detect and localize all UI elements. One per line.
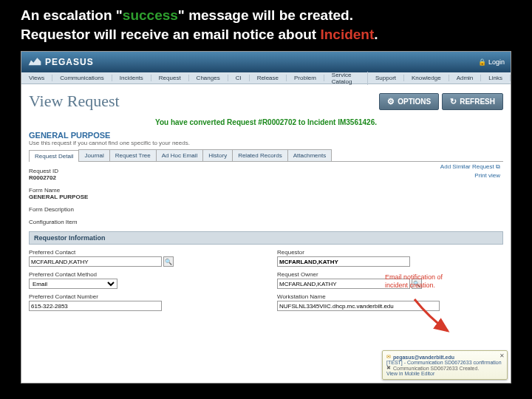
- requestor-info-section: Requestor Information: [29, 231, 503, 245]
- app-window: PEGASUS 🔒 Login Views Communications Inc…: [21, 51, 511, 383]
- general-purpose-title: GENERAL PURPOSE: [29, 131, 503, 140]
- brand: PEGASUS: [27, 56, 94, 68]
- incident-word: Incident: [320, 27, 374, 42]
- lookup-button[interactable]: 🔍: [163, 256, 174, 267]
- detail-panel: Add Similar Request ⧉ Print view Request…: [29, 162, 503, 316]
- pegasus-logo-icon: [27, 56, 42, 68]
- menu-incidents[interactable]: Incidents: [112, 75, 151, 81]
- menu-request[interactable]: Request: [151, 75, 189, 81]
- tab-history[interactable]: History: [202, 149, 233, 161]
- success-word: success: [123, 7, 178, 23]
- lock-icon: 🔒: [478, 58, 486, 66]
- toast-subject: [TEST] - Communication SD0672633 confirm…: [386, 360, 503, 365]
- menu-changes[interactable]: Changes: [189, 75, 228, 81]
- menu-knowledge[interactable]: Knowledge: [404, 75, 449, 81]
- form-name-value: GENERAL PURPOSE: [29, 194, 503, 200]
- form-description-label: Form Description: [29, 206, 503, 213]
- email-toast: ✕ ✉ pegasus@vanderbilt.edu [TEST] - Comm…: [382, 350, 508, 380]
- page-title: View Request: [29, 92, 120, 111]
- menu-admin[interactable]: Admin: [449, 75, 482, 81]
- options-button[interactable]: ⚙OPTIONS: [379, 93, 439, 110]
- refresh-button[interactable]: ↻REFRESH: [442, 93, 503, 110]
- preferred-number-label: Preferred Contact Number: [29, 293, 255, 300]
- menu-support[interactable]: Support: [368, 75, 404, 81]
- menu-views[interactable]: Views: [21, 75, 52, 81]
- menu-problem[interactable]: Problem: [287, 75, 324, 81]
- tab-related-records[interactable]: Related Records: [232, 149, 288, 161]
- search-icon: 🔍: [165, 259, 172, 265]
- annotation-arrow-icon: [407, 296, 459, 340]
- view-mobile-link[interactable]: View in Mobile Editor: [386, 371, 434, 376]
- tab-attachments[interactable]: Attachments: [287, 149, 332, 161]
- tab-adhoc-email[interactable]: Ad Hoc Email: [156, 149, 203, 161]
- preferred-contact-label: Preferred Contact: [29, 249, 255, 256]
- preferred-contact-input[interactable]: [29, 256, 162, 267]
- preferred-method-select[interactable]: Email: [29, 279, 117, 289]
- tab-bar: Request Detail Journal Request Tree Ad H…: [29, 149, 503, 162]
- menu-service-catalog[interactable]: Service Catalog: [324, 72, 368, 85]
- login-link[interactable]: 🔒 Login: [478, 58, 505, 66]
- slide-title: An escalation "success" message will be …: [0, 0, 532, 47]
- preferred-method-label: Preferred Contact Method: [29, 271, 255, 278]
- tab-journal[interactable]: Journal: [78, 149, 109, 161]
- menubar: Views Communications Incidents Request C…: [21, 72, 511, 84]
- preferred-number-input[interactable]: [29, 301, 162, 311]
- menu-communications[interactable]: Communications: [52, 75, 112, 81]
- requestor-input[interactable]: [277, 256, 410, 267]
- menu-release[interactable]: Release: [250, 75, 287, 81]
- page-header: View Request ⚙OPTIONS ↻REFRESH: [29, 89, 503, 117]
- toast-close-button[interactable]: ✕: [499, 352, 505, 359]
- tab-request-detail[interactable]: Request Detail: [29, 150, 79, 162]
- success-message: You have converted Request #R0002702 to …: [29, 117, 503, 131]
- toast-body: Communication SD0672633 Created.: [393, 366, 479, 371]
- copy-icon: ⧉: [496, 163, 500, 170]
- workstation-name-label: Workstation Name: [277, 293, 503, 300]
- form-name-label: Form Name: [29, 187, 503, 194]
- add-similar-request-link[interactable]: Add Similar Request ⧉: [440, 163, 500, 171]
- mail-icon: ✉: [386, 354, 391, 360]
- cancel-icon: ✖: [386, 365, 391, 371]
- requestor-label: Requestor: [277, 249, 503, 256]
- menu-ci[interactable]: CI: [228, 75, 250, 81]
- annotation-text: Email notification of incident creation.: [385, 273, 466, 290]
- close-icon: ✕: [499, 352, 505, 359]
- gear-icon: ⚙: [387, 97, 395, 106]
- toast-from: pegasus@vanderbilt.edu: [393, 355, 454, 360]
- topbar: PEGASUS 🔒 Login: [21, 52, 511, 72]
- print-view-link[interactable]: Print view: [440, 172, 500, 179]
- general-purpose-subtitle: Use this request if you cannot find one …: [29, 140, 503, 146]
- refresh-icon: ↻: [450, 97, 457, 106]
- menu-links[interactable]: Links: [481, 75, 511, 81]
- configuration-item-label: Configuration Item: [29, 219, 503, 225]
- request-id-value: R0002702: [29, 174, 503, 181]
- tab-request-tree[interactable]: Request Tree: [109, 149, 157, 161]
- request-id-label: Request ID: [29, 168, 503, 174]
